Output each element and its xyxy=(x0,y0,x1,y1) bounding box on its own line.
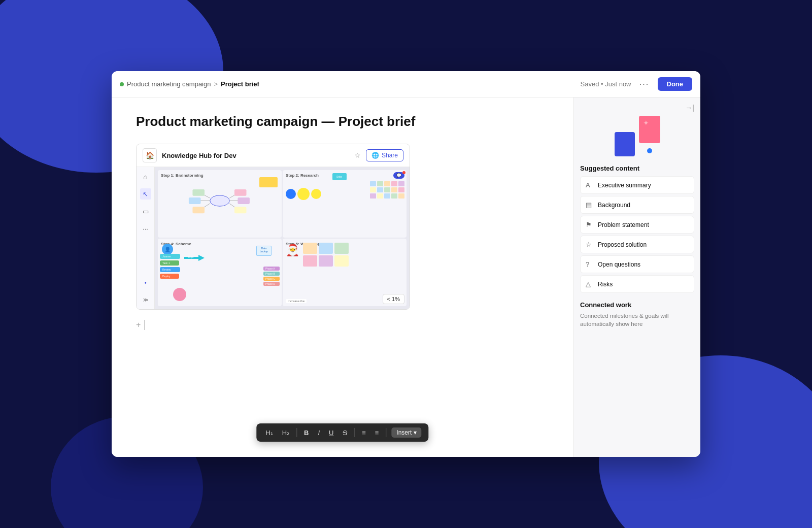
open-questions-icon: ? xyxy=(586,260,594,268)
problem-statement-icon: ⚑ xyxy=(586,221,594,228)
svg-rect-12 xyxy=(234,207,247,213)
background-icon: ▤ xyxy=(586,201,594,209)
sidebar: →| Suggested content A Executive summary… xyxy=(573,97,700,457)
problem-statement-label: Problem statement xyxy=(598,221,649,228)
more-options-button[interactable]: ··· xyxy=(637,77,652,91)
board-star-icon[interactable]: ☆ xyxy=(354,151,361,159)
svg-rect-10 xyxy=(234,189,247,196)
format-sep-3 xyxy=(386,428,386,437)
svg-rect-8 xyxy=(189,197,201,204)
suggestion-problem-statement[interactable]: ⚑ Problem statement xyxy=(580,216,694,234)
main-content: Product marketing campaign — Project bri… xyxy=(112,97,573,457)
node1: Joanne xyxy=(160,254,180,259)
background-label: Background xyxy=(598,202,630,209)
board-title: Knowledge Hub for Dev xyxy=(162,152,349,159)
svg-rect-9 xyxy=(192,207,205,213)
breadcrumb: Product marketing campaign > Project bri… xyxy=(120,80,581,88)
risks-label: Risks xyxy=(598,281,613,288)
board-step2: Step 2: Research 💬 Stike xyxy=(283,170,407,238)
step1-mindmap xyxy=(161,182,279,220)
step1-yellow-sticky xyxy=(259,177,278,187)
sidebar-illustration xyxy=(580,116,694,156)
step5-character: 🎅 xyxy=(286,244,299,257)
done-button[interactable]: Done xyxy=(658,77,693,91)
circle2 xyxy=(297,188,310,200)
data-backup-note: Data backup xyxy=(256,246,272,256)
rnode1: Phase A xyxy=(263,267,280,271)
toolbar-frame-icon[interactable]: ▭ xyxy=(140,206,151,217)
step4-arrow: Diga xyxy=(184,253,205,265)
proposed-solution-label: Proposed solution xyxy=(598,241,647,248)
board-header: 🏠 Knowledge Hub for Dev ☆ 🌐 Share xyxy=(137,144,410,167)
step4-right-nodes: Phase A Phase B Phase C Phase D xyxy=(263,267,280,286)
sidebar-collapse: →| xyxy=(580,104,694,112)
step4-nodes: Joanne Task 1 Review Deploy xyxy=(160,254,180,279)
risks-icon: △ xyxy=(586,280,594,288)
toolbar-more-icon[interactable]: ··· xyxy=(140,223,151,234)
chat-bubble: 💬 xyxy=(393,172,404,179)
step5-label-badge: Increase the xyxy=(286,299,307,303)
node2: Task 1 xyxy=(160,260,179,266)
toolbar-nav-icon[interactable]: ≫ xyxy=(140,294,151,305)
board-step1: Step 1: Brainstorming xyxy=(158,170,282,238)
format-sep-2 xyxy=(354,428,355,437)
svg-rect-7 xyxy=(192,189,205,196)
breadcrumb-current: Project brief xyxy=(221,80,259,88)
ws5 xyxy=(319,255,333,267)
format-underline-button[interactable]: U xyxy=(327,428,335,438)
project-status-dot xyxy=(120,82,124,86)
rnode4: Phase D xyxy=(263,282,280,286)
board-body: ⌂ ↖ ▭ ··· ● ≫ Step 1: Brainstorming xyxy=(137,167,410,309)
step2-sticky-grid xyxy=(370,181,404,199)
format-toolbar: H₁ H₂ B I U S ≡ ≡ Insert ▾ xyxy=(256,423,428,442)
suggestion-background[interactable]: ▤ Background xyxy=(580,196,694,214)
toolbar-home-icon[interactable]: ⌂ xyxy=(140,171,151,182)
illus-pink-doc xyxy=(639,116,660,143)
suggestion-risks[interactable]: △ Risks xyxy=(580,275,694,293)
body-area: Product marketing campaign — Project bri… xyxy=(112,97,700,457)
globe-icon: 🌐 xyxy=(371,152,379,159)
suggestion-proposed-solution[interactable]: ☆ Proposed solution xyxy=(580,236,694,253)
page-title: Product marketing campaign — Project bri… xyxy=(136,114,549,129)
illustration-container xyxy=(615,116,660,156)
svg-marker-13 xyxy=(184,255,205,261)
board-home-icon: 🏠 xyxy=(143,148,157,162)
breadcrumb-separator: > xyxy=(214,80,218,88)
open-questions-label: Open questions xyxy=(598,261,640,268)
step5-stickies xyxy=(303,243,349,267)
connected-work-section: Connected work Connected milestones & go… xyxy=(580,301,694,328)
suggestion-open-questions[interactable]: ? Open questions xyxy=(580,255,694,273)
person-icon: 👤 xyxy=(162,244,173,255)
breadcrumb-parent[interactable]: Product marketing campaign xyxy=(127,80,211,88)
circle1 xyxy=(286,189,296,199)
collapse-icon[interactable]: →| xyxy=(685,104,694,112)
rnode3: Phase C xyxy=(263,277,280,281)
rnode2: Phase B xyxy=(263,272,280,276)
format-h2-button[interactable]: H₂ xyxy=(280,428,291,438)
suggested-content-title: Suggested content xyxy=(580,164,694,172)
format-insert-button[interactable]: Insert ▾ xyxy=(391,427,421,438)
toolbar-cursor-icon[interactable]: ↖ xyxy=(140,188,151,200)
header-actions: Saved • Just now ··· Done xyxy=(581,77,692,91)
text-cursor xyxy=(145,320,145,330)
illus-blue-dot xyxy=(647,148,652,153)
node3: Review xyxy=(160,267,180,272)
executive-summary-icon: A xyxy=(586,181,594,189)
svg-point-0 xyxy=(210,195,230,206)
ws6 xyxy=(334,255,349,267)
node4: Deploy xyxy=(160,274,179,279)
proposed-solution-icon: ☆ xyxy=(586,241,594,248)
header-bar: Product marketing campaign > Project bri… xyxy=(112,71,700,97)
format-bold-button[interactable]: B xyxy=(302,428,311,438)
format-ordered-list-button[interactable]: ≡ xyxy=(373,428,381,438)
board-share-button[interactable]: 🌐 Share xyxy=(366,149,403,161)
format-italic-button[interactable]: I xyxy=(316,428,322,438)
format-unordered-list-button[interactable]: ≡ xyxy=(360,428,368,438)
toolbar-dot: ● xyxy=(140,277,151,288)
add-plus-button[interactable]: + xyxy=(136,320,141,329)
format-strikethrough-button[interactable]: S xyxy=(341,428,349,438)
step4-pink-circle xyxy=(173,288,186,301)
board-step4: Step 4: Scheme Data backup 👤 Joanne xyxy=(158,239,282,306)
suggestion-executive-summary[interactable]: A Executive summary xyxy=(580,176,694,194)
format-h1-button[interactable]: H₁ xyxy=(263,428,275,438)
